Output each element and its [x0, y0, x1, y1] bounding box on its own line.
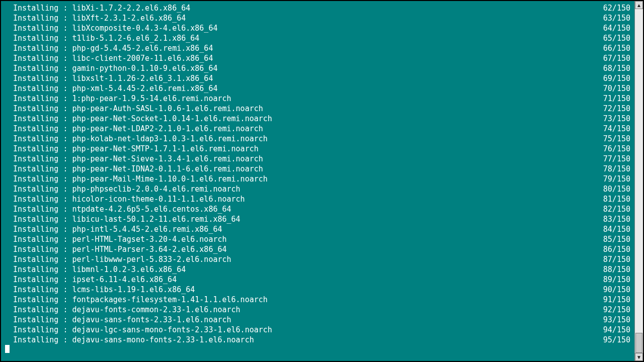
install-line-progress: 93/150: [603, 315, 631, 325]
install-line: Installing : dejavu-sans-fonts-2.33-1.el…: [4, 315, 634, 325]
install-line-package: Installing : lcms-libs-1.19-1.el6.x86_64: [4, 285, 195, 295]
install-line-progress: 83/150: [603, 214, 631, 224]
install-line-package: Installing : perl-HTML-Parser-3.64-2.el6…: [4, 244, 227, 254]
install-line-progress: 90/150: [603, 285, 631, 295]
install-line: Installing : hicolor-icon-theme-0.11-1.1…: [4, 194, 634, 204]
install-line-progress: 88/150: [603, 264, 631, 275]
install-line-package: Installing : php-kolab-net-ldap3-1.0.3-1…: [4, 134, 268, 144]
install-line-progress: 94/150: [603, 325, 631, 335]
scroll-down-button[interactable]: ▼: [635, 353, 643, 361]
terminal-output[interactable]: Installing : libXi-1.7.2-2.2.el6.x86_646…: [1, 1, 634, 361]
install-line-progress: 85/150: [603, 234, 631, 244]
scrollbar-track[interactable]: [635, 9, 643, 353]
install-line-progress: 91/150: [603, 295, 631, 305]
install-line-progress: 92/150: [603, 305, 631, 315]
prompt-line: [4, 345, 634, 353]
install-line: Installing : libxslt-1.1.26-2.el6_3.1.x8…: [4, 73, 634, 83]
install-line-package: Installing : php-pear-Net-IDNA2-0.1.1-6.…: [4, 164, 263, 174]
install-line: Installing : libc-client-2007e-11.el6.x8…: [4, 53, 634, 63]
install-line-progress: 68/150: [603, 63, 631, 73]
install-line-progress: 81/150: [603, 194, 631, 204]
install-line: Installing : php-pear-Net-IDNA2-0.1.1-6.…: [4, 164, 634, 174]
install-line-progress: 82/150: [603, 204, 631, 214]
install-line: Installing : dejavu-sans-mono-fonts-2.33…: [4, 335, 634, 345]
install-line-package: Installing : dejavu-sans-mono-fonts-2.33…: [4, 335, 254, 345]
install-line: Installing : perl-HTML-Parser-3.64-2.el6…: [4, 244, 634, 254]
vertical-scrollbar[interactable]: ▲ ▼: [634, 1, 643, 361]
install-line: Installing : php-xml-5.4.45-2.el6.remi.x…: [4, 83, 634, 94]
install-line-progress: 78/150: [603, 164, 631, 174]
install-line-package: Installing : php-pear-Net-LDAP2-2.1.0-1.…: [4, 124, 263, 134]
install-line: Installing : php-kolab-net-ldap3-1.0.3-1…: [4, 134, 634, 144]
install-line-package: Installing : perl-HTML-Tagset-3.20-4.el6…: [4, 234, 227, 244]
terminal-cursor: [5, 345, 10, 353]
install-line-package: Installing : perl-libwww-perl-5.833-2.el…: [4, 254, 231, 264]
install-line-package: Installing : dejavu-sans-fonts-2.33-1.el…: [4, 315, 231, 325]
install-line-package: Installing : gamin-python-0.1.10-9.el6.x…: [4, 63, 217, 73]
chevron-up-icon: ▲: [636, 3, 641, 8]
install-line: Installing : php-phpseclib-2.0.0-4.el6.r…: [4, 184, 634, 194]
install-line-package: Installing : t1lib-5.1.2-6.el6_2.1.x86_6…: [4, 33, 199, 43]
install-line-package: Installing : ipset-6.11-4.el6.x86_64: [4, 275, 177, 285]
install-line: Installing : php-pear-Auth-SASL-1.0.6-1.…: [4, 104, 634, 114]
install-line-package: Installing : libXft-2.3.1-2.el6.x86_64: [4, 13, 186, 23]
install-line-progress: 76/150: [603, 144, 631, 154]
install-line: Installing : dejavu-lgc-sans-mono-fonts-…: [4, 325, 634, 335]
install-line: Installing : ntpdate-4.2.6p5-5.el6.cento…: [4, 204, 634, 214]
install-line-package: Installing : fontpackages-filesystem-1.4…: [4, 295, 268, 305]
chevron-down-icon: ▼: [636, 354, 641, 360]
install-line-progress: 70/150: [603, 83, 631, 94]
install-line: Installing : php-intl-5.4.45-2.el6.remi.…: [4, 224, 634, 234]
install-line-package: Installing : php-pear-Mail-Mime-1.10.0-1…: [4, 174, 268, 184]
install-line: Installing : 1:php-pear-1.9.5-14.el6.rem…: [4, 94, 634, 104]
install-line: Installing : gamin-python-0.1.10-9.el6.x…: [4, 63, 634, 73]
install-line-package: Installing : libXcomposite-0.4.3-4.el6.x…: [4, 23, 217, 33]
install-line-progress: 77/150: [603, 154, 631, 164]
install-line-package: Installing : php-pear-Net-Sieve-1.3.4-1.…: [4, 154, 263, 164]
install-line-progress: 73/150: [603, 114, 631, 124]
install-line-package: Installing : hicolor-icon-theme-0.11-1.1…: [4, 194, 245, 204]
install-line: Installing : php-pear-Net-SMTP-1.7.1-1.e…: [4, 144, 634, 154]
install-line-progress: 64/150: [603, 23, 631, 33]
scrollbar-thumb[interactable]: [635, 333, 642, 353]
install-line: Installing : t1lib-5.1.2-6.el6_2.1.x86_6…: [4, 33, 634, 43]
install-line-progress: 74/150: [603, 124, 631, 134]
install-line-package: Installing : 1:php-pear-1.9.5-14.el6.rem…: [4, 94, 231, 104]
install-line-package: Installing : php-intl-5.4.45-2.el6.remi.…: [4, 224, 222, 234]
install-line-progress: 80/150: [603, 184, 631, 194]
install-line: Installing : libmnl-1.0.2-3.el6.x86_6488…: [4, 264, 634, 275]
install-line-progress: 89/150: [603, 275, 631, 285]
install-line-progress: 87/150: [603, 254, 631, 264]
install-line: Installing : perl-HTML-Tagset-3.20-4.el6…: [4, 234, 634, 244]
install-line: Installing : php-pear-Net-LDAP2-2.1.0-1.…: [4, 124, 634, 134]
install-line-package: Installing : ntpdate-4.2.6p5-5.el6.cento…: [4, 204, 231, 214]
install-line: Installing : php-gd-5.4.45-2.el6.remi.x8…: [4, 43, 634, 53]
install-line-progress: 86/150: [603, 244, 631, 254]
install-line-progress: 71/150: [603, 94, 631, 104]
install-line: Installing : libXi-1.7.2-2.2.el6.x86_646…: [4, 3, 634, 13]
install-line: Installing : php-pear-Net-Socket-1.0.14-…: [4, 114, 634, 124]
install-line-package: Installing : libicu-last-50.1.2-11.el6.r…: [4, 214, 240, 224]
install-line: Installing : libicu-last-50.1.2-11.el6.r…: [4, 214, 634, 224]
install-line-progress: 95/150: [603, 335, 631, 345]
install-line-progress: 75/150: [603, 134, 631, 144]
install-line: Installing : lcms-libs-1.19-1.el6.x86_64…: [4, 285, 634, 295]
install-line-package: Installing : dejavu-fonts-common-2.33-1.…: [4, 305, 240, 315]
install-line-package: Installing : libXi-1.7.2-2.2.el6.x86_64: [4, 3, 190, 13]
install-line: Installing : php-pear-Net-Sieve-1.3.4-1.…: [4, 154, 634, 164]
install-line-progress: 72/150: [603, 104, 631, 114]
install-line-package: Installing : php-xml-5.4.45-2.el6.remi.x…: [4, 83, 217, 94]
install-line-progress: 66/150: [603, 43, 631, 53]
install-line-progress: 62/150: [603, 3, 631, 13]
terminal-window: Installing : libXi-1.7.2-2.2.el6.x86_646…: [0, 0, 644, 362]
scroll-up-button[interactable]: ▲: [635, 1, 643, 9]
install-line-package: Installing : php-gd-5.4.45-2.el6.remi.x8…: [4, 43, 213, 53]
install-line-package: Installing : libmnl-1.0.2-3.el6.x86_64: [4, 264, 186, 275]
install-line-package: Installing : php-phpseclib-2.0.0-4.el6.r…: [4, 184, 240, 194]
install-line-package: Installing : libc-client-2007e-11.el6.x8…: [4, 53, 213, 63]
install-line-package: Installing : php-pear-Auth-SASL-1.0.6-1.…: [4, 104, 263, 114]
install-line: Installing : php-pear-Mail-Mime-1.10.0-1…: [4, 174, 634, 184]
install-line-package: Installing : libxslt-1.1.26-2.el6_3.1.x8…: [4, 73, 213, 83]
install-line: Installing : fontpackages-filesystem-1.4…: [4, 295, 634, 305]
install-line-progress: 65/150: [603, 33, 631, 43]
